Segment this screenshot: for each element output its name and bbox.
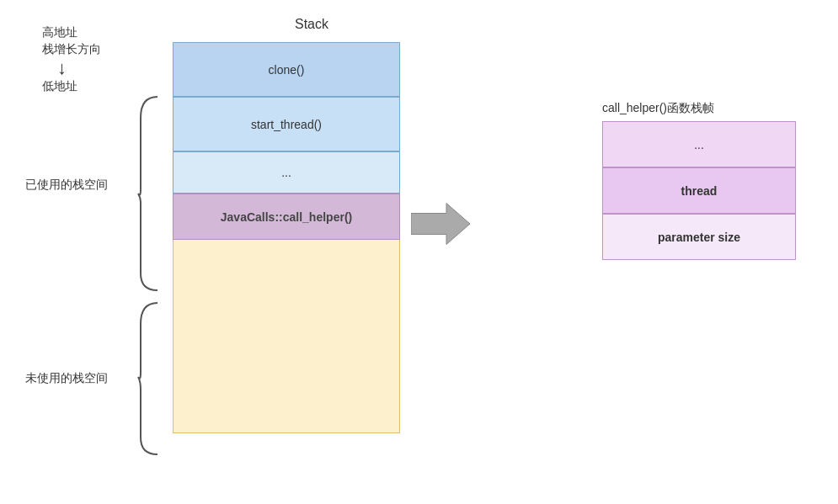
start-thread-cell: start_thread() [173,97,400,151]
arrow-down-icon: ↓ [57,57,67,79]
high-addr-label: 高地址 [42,25,77,40]
stack-title: Stack [295,17,328,32]
unused-cell [173,240,400,433]
svg-marker-0 [411,204,470,245]
brace-unused-icon [136,299,162,463]
clone-cell: clone() [173,42,400,97]
helper-frame-title: call_helper()函数栈帧 [602,101,796,116]
used-space-label: 已使用的栈空间 [25,177,108,193]
call-helper-cell: JavaCalls::call_helper() [173,194,400,240]
brace-used-icon [136,93,162,294]
helper-frame: call_helper()函数栈帧 ... thread parameter s… [602,101,796,260]
arrow-right-icon [411,201,470,251]
diagram-container: Stack 高地址 栈增长方向 ↓ 低地址 已使用的栈空间 未使用的栈空间 cl… [0,0,838,504]
stack-box: clone() start_thread() ... JavaCalls::ca… [173,42,400,433]
dots-used-cell: ... [173,151,400,194]
helper-thread-cell: thread [602,167,796,214]
low-addr-label: 低地址 [42,79,77,94]
helper-box: ... thread parameter size [602,121,796,260]
unused-space-label: 未使用的栈空间 [25,370,108,386]
helper-param-cell: parameter size [602,214,796,260]
grow-dir-label: 栈增长方向 [42,42,101,57]
helper-dots-cell: ... [602,121,796,167]
